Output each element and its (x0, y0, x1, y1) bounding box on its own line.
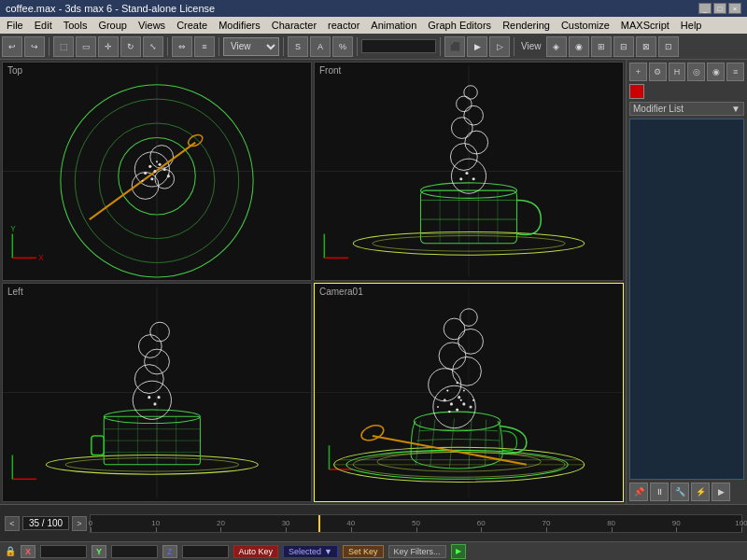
minimize-button[interactable]: _ (698, 3, 712, 14)
svg-point-21 (144, 172, 147, 175)
menu-item-reactor[interactable]: reactor (323, 19, 364, 32)
menu-item-create[interactable]: Create (172, 19, 212, 32)
view-dropdown[interactable]: View Screen Local World (223, 37, 279, 56)
timeline-tick-label-100: 100 (735, 519, 747, 527)
display-tab-button[interactable]: ◉ (707, 63, 725, 81)
timeline-track[interactable]: 0102030405060708090100 (90, 514, 742, 533)
pause-button[interactable]: ⏸ (650, 483, 669, 501)
svg-point-25 (142, 180, 144, 182)
modifier-list-header[interactable]: Modifier List ▼ (629, 102, 744, 116)
timeline-playhead[interactable] (318, 515, 320, 532)
toolbar-btn-extra5[interactable]: ⊠ (636, 36, 656, 57)
menu-item-edit[interactable]: Edit (30, 19, 57, 32)
svg-point-116 (446, 389, 448, 391)
svg-point-112 (437, 406, 439, 408)
toolbar-btn-extra2[interactable]: ◉ (569, 36, 589, 57)
select-region-button[interactable]: ▭ (76, 36, 96, 57)
select-object-button[interactable]: ⬚ (53, 36, 74, 57)
menu-item-tools[interactable]: Tools (59, 19, 92, 32)
svg-point-111 (470, 405, 472, 408)
quick-render-button[interactable]: ▶ (467, 36, 487, 57)
viewport-top[interactable]: Top X Y (2, 62, 312, 281)
menu-item-animation[interactable]: Animation (366, 19, 421, 32)
more-button[interactable]: ▶ (712, 483, 730, 501)
play-button[interactable]: ▶ (451, 544, 466, 559)
pin-stack-button[interactable]: 📌 (629, 483, 648, 501)
motion-tab-button[interactable]: ◎ (687, 63, 705, 81)
timeline-tick-100 (741, 527, 742, 532)
object-color-swatch[interactable] (629, 84, 644, 99)
y-coord-input[interactable] (111, 545, 158, 558)
selected-button[interactable]: Selected ▼ (283, 545, 338, 558)
maximize-button[interactable]: □ (713, 3, 726, 14)
move-button[interactable]: ✛ (98, 36, 119, 57)
scale-button[interactable]: ⤡ (143, 36, 163, 57)
toolbar-btn-extra4[interactable]: ⊟ (613, 36, 634, 57)
tools-button[interactable]: 🔧 (670, 483, 689, 501)
percent-snap-button[interactable]: % (332, 36, 353, 57)
svg-text:X: X (38, 254, 44, 262)
z-axis-button[interactable]: Z (162, 545, 177, 558)
timeline-prev-button[interactable]: < (5, 516, 20, 531)
menu-item-graph-editors[interactable]: Graph Editors (423, 19, 496, 32)
menu-item-character[interactable]: Character (267, 19, 321, 32)
menu-item-modifiers[interactable]: Modifiers (214, 19, 265, 32)
z-coord-input[interactable] (182, 545, 229, 558)
align-button[interactable]: ≡ (194, 36, 215, 57)
utilities-tab-button[interactable]: ≡ (726, 63, 744, 81)
viewport-grid: Top X Y (0, 60, 626, 504)
angle-snap-button[interactable]: A (310, 36, 331, 57)
menu-item-views[interactable]: Views (134, 19, 170, 32)
auto-key-button[interactable]: Auto Key (233, 545, 279, 558)
redo-button[interactable]: ↪ (24, 36, 45, 57)
mirror-button[interactable]: ⇔ (172, 36, 192, 57)
timeline-tick-90 (676, 527, 677, 532)
toolbar-btn-extra3[interactable]: ⊞ (591, 36, 612, 57)
menu-item-file[interactable]: File (2, 19, 28, 32)
modifier-list-box[interactable] (629, 119, 744, 480)
svg-point-103 (456, 409, 458, 412)
selected-dropdown-icon[interactable]: ▼ (324, 547, 332, 556)
toolbar-btn-extra1[interactable]: ◈ (546, 36, 567, 57)
x-coord-input[interactable] (40, 545, 87, 558)
menu-item-group[interactable]: Group (93, 19, 132, 32)
hierarchy-tab-button[interactable]: H (669, 63, 686, 81)
separator-6 (440, 37, 441, 56)
undo-button[interactable]: ↩ (2, 36, 22, 57)
menu-item-rendering[interactable]: Rendering (498, 19, 555, 32)
svg-point-18 (148, 165, 151, 168)
render-type-button[interactable]: ▷ (489, 36, 510, 57)
options-button[interactable]: ⚡ (691, 483, 710, 501)
viewport-left[interactable]: Left (2, 283, 312, 502)
menu-item-maxscript[interactable]: MAXScript (616, 19, 674, 32)
lock-icon[interactable]: 🔒 (5, 546, 16, 556)
toolbar-btn-extra6[interactable]: ⊡ (658, 36, 679, 57)
snap-toggle-button[interactable]: S (288, 36, 308, 57)
x-axis-button[interactable]: X (21, 545, 35, 558)
modify-tab-button[interactable]: ⚙ (649, 63, 667, 81)
svg-text:Y: Y (10, 225, 16, 233)
timeline-tick-80 (612, 527, 613, 532)
named-selection-input[interactable] (361, 39, 436, 53)
y-axis-button[interactable]: Y (92, 545, 106, 558)
menu-item-help[interactable]: Help (676, 19, 707, 32)
viewport-front[interactable]: Front (314, 62, 624, 281)
close-button[interactable]: × (728, 3, 741, 14)
svg-point-76 (153, 402, 156, 405)
viewport-camera[interactable]: Camera01 (314, 283, 624, 502)
key-filters-button[interactable]: Key Filters... (388, 545, 446, 558)
timeline-next-button[interactable]: > (72, 516, 87, 531)
timeline-tick-label-40: 40 (346, 519, 355, 527)
modifier-list-dropdown-icon[interactable]: ▼ (731, 104, 740, 114)
timeline-tick-30 (286, 527, 287, 532)
rotate-button[interactable]: ↻ (120, 36, 141, 57)
render-scene-button[interactable]: ⬛ (444, 36, 465, 57)
svg-point-118 (457, 382, 458, 384)
timeline-tick-label-0: 0 (89, 519, 92, 527)
svg-point-115 (460, 399, 462, 401)
view-label: View (518, 41, 544, 51)
menu-item-customize[interactable]: Customize (557, 19, 614, 32)
status-bar: 🔒 X Y Z Auto Key Selected ▼ Set Key Key … (0, 541, 747, 560)
create-tab-button[interactable]: + (629, 63, 647, 81)
set-key-button[interactable]: Set Key (343, 545, 384, 558)
